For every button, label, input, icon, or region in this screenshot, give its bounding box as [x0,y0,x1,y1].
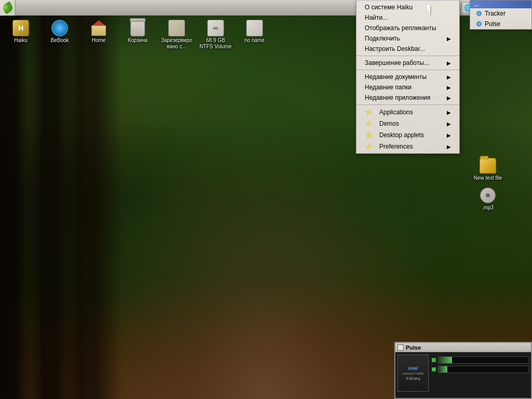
menu-item-shutdown[interactable]: Завершение работы... ▶ [356,58,459,68]
tracker-title-text: ... [474,2,478,7]
menu-item-recent-folders-label: Недавние папки [365,84,411,91]
trash-icon-shape [130,20,145,36]
cpu1-bar-track [438,356,529,364]
ntfs-icon-label: 68.9 GB NTFS Volume [199,37,232,50]
pulse-checkbox[interactable] [397,344,404,351]
desktop-icon-trash[interactable]: Корзина [119,18,156,51]
menu-item-recent-docs[interactable]: Недавние документы ▶ [356,72,459,82]
menu-item-preferences-label: Preferences [379,143,413,150]
menu-item-recent-apps[interactable]: Недавние приложения ▶ [356,92,459,103]
tracker-dropdown: ... Tracker Pulse [470,0,532,30]
recent-docs-arrow-icon: ▶ [447,74,451,80]
desktop-icons-right: New text file .mp3 [470,156,506,212]
cpu2-bar-track [438,366,529,373]
menu-item-replicas-label: Отображать репликанты [365,24,436,32]
recent-folders-arrow-icon: ▶ [447,85,451,90]
applets-star-icon [365,131,373,139]
noname-icon-img [246,20,263,36]
cpu-bar-row-2 [432,366,529,373]
bebook-icon-img [51,20,68,36]
menu-item-desktop-applets[interactable]: Desktop applets ▶ [356,129,459,141]
shutdown-arrow-icon: ▶ [447,60,451,66]
intel-freq: 3.06 мгц [406,377,420,380]
menu-item-applications[interactable]: Applications ▶ [356,107,459,118]
demos-star-icon [365,120,373,127]
home-icon-label: Home [92,37,106,44]
desktop-icon-home[interactable]: Home [81,18,117,51]
menu-item-deskbar-label: Настроить Deskbar... [365,45,425,52]
home-icon-shape [90,20,107,36]
demos-icon [365,119,373,128]
haiku-icon-label: Haiku [14,37,28,44]
separator-3 [356,104,459,105]
pulse-item-label: Pulse [485,20,500,28]
preferences-star-icon [365,143,373,150]
menu-item-shutdown-label: Завершение работы... [365,59,429,66]
desktop-icon-haiku[interactable]: Haiku [3,18,39,51]
menu-item-about-label: О системе Haiku [365,4,413,11]
desktop-icon-noname[interactable]: no name [236,18,273,51]
applets-arrow-icon: ▶ [447,132,451,138]
new-text-icon-shape [480,158,496,174]
preferences-arrow-icon: ▶ [447,144,451,150]
tracker-icon [476,11,482,16]
menu-item-connect[interactable]: Подключить ▶ [356,33,459,44]
tracker-menu-item-pulse[interactable]: Pulse [470,19,531,29]
mp3-icon-shape [480,188,496,203]
new-text-icon-label: New text file [474,175,502,181]
pulse-widget: Pulse intel Celeron® 545E 3.06 мгц [394,342,532,399]
connect-arrow-icon: ▶ [447,36,451,42]
cpu1-bar-fill [438,357,452,363]
ntfs-icon-shape: HD [207,20,224,36]
cpu-bars [432,354,529,392]
cpu-bar-row-1 [432,356,529,364]
desktop-icons-row: Haiku BeBook Home Корзина Зарезервирован… [3,18,273,51]
home-icon-img [90,20,107,36]
haiku-icon-shape [12,20,29,36]
desktop-icon-new-text[interactable]: New text file [470,156,506,183]
menu-item-demos-label: Demos [379,120,399,127]
applications-arrow-icon: ▶ [447,110,451,115]
context-menu: О системе Haiku Найти... Отображать репл… [356,0,460,154]
menu-item-about[interactable]: О системе Haiku [356,2,459,12]
trash-icon-img [129,20,146,36]
separator-2 [356,70,459,70]
recent-apps-arrow-icon: ▶ [447,95,451,101]
menu-item-desktop-applets-label: Desktop applets [379,131,424,139]
desktop-icon-bebook[interactable]: BeBook [42,18,78,51]
tracker-item-label: Tracker [485,10,506,17]
tracker-menu-item-tracker[interactable]: Tracker [470,8,531,19]
pulse-titlebar: Pulse [395,343,531,352]
reserved-icon-shape [168,20,185,36]
ntfs-icon-img: HD [207,20,224,36]
tracker-title-bar: ... [470,1,531,8]
menu-item-find[interactable]: Найти... [356,12,459,23]
haiku-icon-img [12,20,29,36]
pulse-title-text: Pulse [406,344,421,351]
reserved-icon-label: Зарезервировано с... [160,37,193,50]
mp3-icon-label: .mp3 [482,205,494,211]
noname-icon-label: no name [245,37,265,44]
menu-item-show-replicas[interactable]: Отображать репликанты [356,23,459,33]
pulse-body: intel Celeron® 545E 3.06 мгц [395,352,531,394]
desktop-icon-mp3[interactable]: .mp3 [470,185,506,212]
menu-item-configure-deskbar[interactable]: Настроить Deskbar... [356,44,459,54]
menu-item-recent-folders[interactable]: Недавние папки ▶ [356,82,459,92]
desktop-icon-ntfs[interactable]: HD 68.9 GB NTFS Volume [197,18,234,51]
preferences-icon [365,142,373,151]
new-text-icon-img [480,157,496,174]
menu-item-recent-apps-label: Недавние приложения [365,94,431,101]
mp3-icon-img [480,187,496,204]
menu-item-demos[interactable]: Demos ▶ [356,118,459,129]
menu-item-find-label: Найти... [365,14,388,21]
applications-icon [365,108,373,116]
demos-arrow-icon: ▶ [447,121,451,127]
haiku-leaf-icon [1,1,14,14]
deskbar-leaf-button[interactable] [0,0,16,16]
menu-item-applications-label: Applications [379,109,413,116]
desktop-icon-reserved[interactable]: Зарезервировано с... [158,18,195,51]
trash-icon-label: Корзина [128,37,148,44]
intel-chip: intel Celeron® 545E 3.06 мгц [397,354,429,392]
bebook-icon-label: BeBook [50,37,69,44]
menu-item-preferences[interactable]: Preferences ▶ [356,141,459,152]
